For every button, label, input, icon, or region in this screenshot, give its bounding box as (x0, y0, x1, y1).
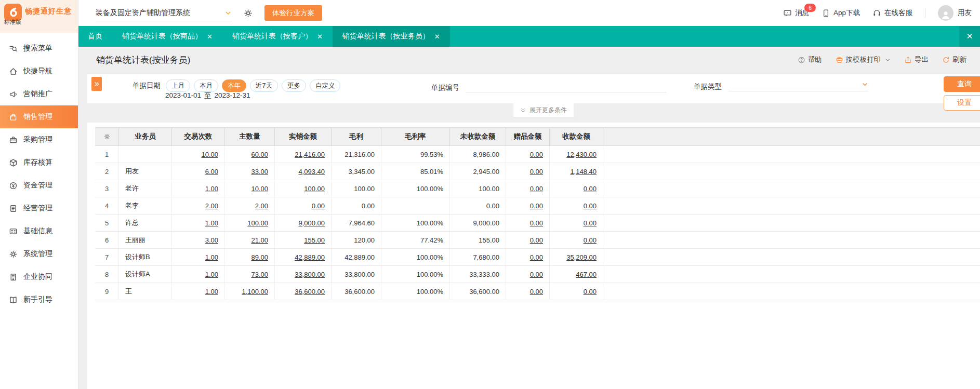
cell-trades-link[interactable]: 1.00 (205, 288, 218, 296)
sidebar-item-quick-nav[interactable]: 快捷导航 (0, 60, 78, 83)
column-header[interactable]: 主数量 (225, 128, 275, 145)
column-header[interactable]: 毛利 (332, 128, 381, 145)
cell-sales-link[interactable]: 36,600.00 (295, 288, 325, 296)
cell-trades-link[interactable]: 10.00 (201, 151, 218, 158)
cell-trades-link[interactable]: 1.00 (205, 253, 218, 261)
user-menu[interactable]: 用友 (938, 5, 972, 21)
sidebar-item-collaboration[interactable]: 企业协同 (0, 265, 78, 288)
cell-sales-link[interactable]: 42,889.00 (295, 253, 325, 261)
tab-by-customer[interactable]: 销货单统计表（按客户）✕ (222, 26, 333, 47)
cell-qty-link[interactable]: 2.00 (255, 202, 268, 210)
cell-sales-link[interactable]: 9,000.00 (298, 219, 325, 227)
collapse-filter-button[interactable] (91, 77, 102, 91)
date-pill-更多[interactable]: 更多 (282, 79, 306, 92)
query-button[interactable]: 查询 (944, 76, 980, 92)
system-select[interactable]: 装备及固定资产辅助管理系统 (96, 5, 232, 21)
cell-gift-link[interactable]: 0.00 (530, 288, 543, 296)
cell-gift-link[interactable]: 0.00 (530, 271, 543, 278)
date-start[interactable]: 2023-01-01 (165, 91, 201, 101)
cell-sales-link[interactable]: 0.00 (312, 202, 325, 210)
cell-received-link[interactable]: 0.00 (584, 288, 597, 296)
close-all-tabs-button[interactable]: ✕ (959, 26, 980, 47)
cell-received-link[interactable]: 0.00 (584, 202, 597, 210)
cell-sales-link[interactable]: 4,093.40 (298, 168, 325, 176)
cell-received-link[interactable]: 1,148.40 (570, 168, 597, 176)
cell-trades-link[interactable]: 1.00 (205, 219, 218, 227)
cell-sales-link[interactable]: 21,416.00 (295, 151, 325, 158)
cell-trades-link[interactable]: 1.00 (205, 271, 218, 278)
refresh-button[interactable]: 刷新 (942, 55, 966, 64)
sidebar-item-inventory[interactable]: 库存核算 (0, 151, 78, 174)
date-end[interactable]: 2023-12-31 (215, 91, 250, 101)
cell-sales-link[interactable]: 100.00 (304, 185, 325, 193)
cell-trades-link[interactable]: 3.00 (205, 236, 218, 244)
print-by-template-button[interactable]: 按模板打印 (836, 55, 891, 64)
sidebar-item-system[interactable]: 系统管理 (0, 243, 78, 265)
cell-gift-link[interactable]: 0.00 (530, 202, 543, 210)
cell-qty-link[interactable]: 10.00 (251, 185, 268, 193)
cell-trades-link[interactable]: 1.00 (205, 185, 218, 193)
cell-qty-link[interactable]: 1,100.00 (242, 288, 268, 296)
messages-button[interactable]: 消息 6 (783, 8, 809, 18)
cell-qty-link[interactable]: 89.00 (251, 253, 268, 261)
gear-icon[interactable] (243, 8, 253, 18)
column-header[interactable]: 实销金额 (275, 128, 332, 145)
cell-received-link[interactable]: 0.00 (584, 236, 597, 244)
trial-solution-button[interactable]: 体验行业方案 (264, 5, 322, 21)
cell-received-link[interactable]: 12,430.00 (566, 151, 597, 158)
sidebar-item-guide[interactable]: 新手引导 (0, 288, 78, 311)
date-range[interactable]: 2023-01-01 至 2023-12-31 (165, 91, 250, 101)
cell-qty-link[interactable]: 100.00 (247, 219, 268, 227)
cell-qty-link[interactable]: 33.00 (251, 168, 268, 176)
cell-sales-link[interactable]: 33,800.00 (295, 271, 325, 278)
doc-type-select[interactable] (728, 78, 868, 91)
expand-more-conditions[interactable]: 展开更多条件 (513, 103, 574, 117)
cell-qty-link[interactable]: 60.00 (251, 151, 268, 158)
cell-gift-link[interactable]: 0.00 (530, 236, 543, 244)
tab-by-product[interactable]: 销货单统计表（按商品）✕ (112, 26, 222, 47)
sidebar-item-sales[interactable]: 销售管理 (0, 105, 78, 128)
cell-gift-link[interactable]: 0.00 (530, 253, 543, 261)
cell-qty-link[interactable]: 21.00 (251, 236, 268, 244)
sidebar-item-purchase[interactable]: 采购管理 (0, 128, 78, 151)
online-service-button[interactable]: 在线客服 (872, 8, 912, 18)
doc-no-input[interactable] (466, 78, 666, 92)
sidebar-item-marketing[interactable]: 营销推广 (0, 83, 78, 105)
cell-gift-link[interactable]: 0.00 (530, 151, 543, 158)
sidebar-item-search-menu[interactable]: 搜索菜单 (0, 37, 78, 60)
date-pill-本年[interactable]: 本年 (222, 79, 246, 92)
date-pill-本月[interactable]: 本月 (194, 79, 218, 92)
cell-received-link[interactable]: 467.00 (576, 271, 597, 278)
column-header[interactable]: 交易次数 (172, 128, 225, 145)
tab-close-icon[interactable]: ✕ (207, 33, 213, 40)
help-button[interactable]: 帮助 (798, 55, 822, 64)
tab-close-icon[interactable]: ✕ (317, 33, 323, 40)
column-settings-icon[interactable] (103, 133, 111, 140)
cell-trades-link[interactable]: 6.00 (205, 168, 218, 176)
app-download-button[interactable]: App下载 (822, 8, 860, 18)
tab-by-salesman[interactable]: 销货单统计表（按业务员）✕ (333, 26, 450, 47)
cell-gift-link[interactable]: 0.00 (530, 185, 543, 193)
cell-gift-link[interactable]: 0.00 (530, 168, 543, 176)
column-header[interactable]: 未收款金额 (450, 128, 506, 145)
date-pill-上月[interactable]: 上月 (166, 79, 190, 92)
cell-received-link[interactable]: 0.00 (584, 219, 597, 227)
cell-qty-link[interactable]: 73.00 (251, 271, 268, 278)
column-header[interactable]: 毛利率 (381, 128, 450, 145)
sidebar-item-base-info[interactable]: 基础信息 (0, 220, 78, 243)
tab-home[interactable]: 首页 (78, 26, 112, 47)
chevron-down-icon[interactable] (885, 57, 891, 63)
tab-close-icon[interactable]: ✕ (434, 33, 440, 40)
cell-sales-link[interactable]: 155.00 (304, 236, 325, 244)
column-header[interactable]: 业务员 (119, 128, 172, 145)
export-button[interactable]: 导出 (904, 55, 929, 64)
date-pill-自定义[interactable]: 自定义 (310, 79, 341, 92)
cell-trades-link[interactable]: 2.00 (205, 202, 218, 210)
sidebar-item-funds[interactable]: 资金管理 (0, 174, 78, 197)
column-header[interactable]: 收款金额 (550, 128, 603, 145)
cell-received-link[interactable]: 35,209.00 (566, 253, 597, 261)
column-header[interactable]: 赠品金额 (506, 128, 550, 145)
sidebar-item-operations[interactable]: 经营管理 (0, 197, 78, 220)
settings-button[interactable]: 设置 (944, 95, 980, 111)
cell-gift-link[interactable]: 0.00 (530, 219, 543, 227)
